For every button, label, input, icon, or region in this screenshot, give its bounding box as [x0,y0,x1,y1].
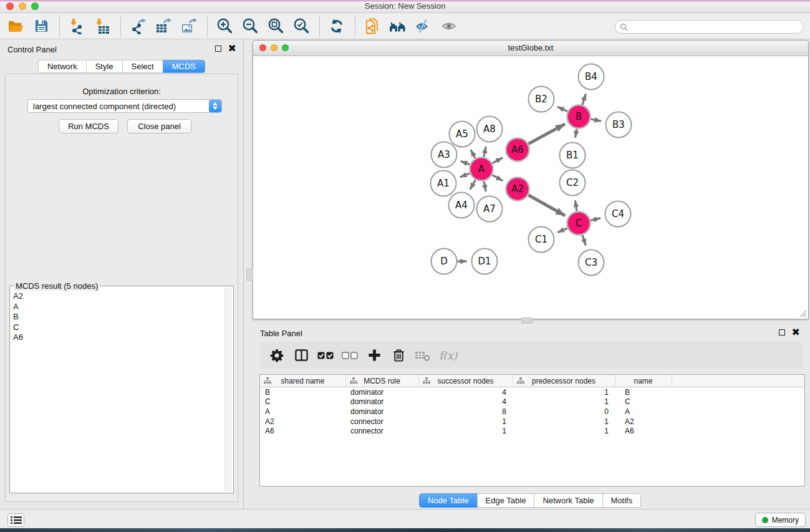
zoom-selected-button[interactable] [292,16,311,36]
graph-edge-C-C4[interactable] [591,218,600,221]
zoom-network-window-button[interactable] [282,44,289,51]
delete-table-button[interactable] [415,347,431,364]
column-header-successor-nodes[interactable]: successor nodes [418,375,513,387]
show-panels-button[interactable] [7,513,24,527]
table-row[interactable]: Bdominator41B [260,387,804,397]
graph-edge-B-B4[interactable] [582,94,586,105]
graph-edge-B-B1[interactable] [576,129,577,138]
table-settings-button[interactable] [269,347,285,364]
import-table-button[interactable] [93,16,112,36]
column-header-mcds-role[interactable]: MCDS role [345,375,418,387]
close-window-button[interactable] [6,2,14,10]
first-neighbors-button[interactable] [388,16,407,36]
memory-button[interactable]: Memory [755,513,806,527]
close-table-panel-icon[interactable]: ✖ [792,329,800,336]
hide-selected-button[interactable] [414,16,433,36]
run-mcds-button[interactable]: Run MCDS [59,119,118,133]
float-panel-icon[interactable] [215,46,221,52]
export-table-button[interactable] [154,16,173,36]
open-session-button[interactable] [6,16,25,36]
graph-node-D1[interactable]: D1 [472,249,498,274]
show-all-button[interactable] [440,16,458,36]
graph-edge-C-C3[interactable] [582,235,586,246]
graph-edge-A-A3[interactable] [461,161,470,165]
mcds-result-item[interactable]: A2 [12,291,223,302]
graph-edge-B-B3[interactable] [591,119,601,121]
graph-node-B[interactable]: B [567,105,591,128]
graph-node-A3[interactable]: A3 [432,142,457,168]
close-network-window-button[interactable] [259,44,266,51]
table-row[interactable]: Adominator80A [260,407,804,417]
table-row[interactable]: A6connector11A6 [260,426,804,436]
minimize-window-button[interactable] [19,2,26,10]
tab-mcds[interactable]: MCDS [163,60,205,73]
close-panel-icon[interactable]: ✖ [228,45,236,52]
graph-node-C3[interactable]: C3 [579,250,604,276]
graph-node-A7[interactable]: A7 [477,196,503,222]
graph-edge-A-A8[interactable] [484,147,486,157]
network-from-selection-button[interactable] [363,16,382,36]
graph-edge-A-A4[interactable] [470,180,476,190]
desktop-horizontal-scrollbar[interactable] [521,317,533,324]
graph-node-C1[interactable]: C1 [529,227,554,253]
function-builder-button[interactable]: f(x) [439,347,457,364]
graph-node-B1[interactable]: B1 [560,143,586,168]
graph-edge-A-A7[interactable] [484,181,486,191]
graph-node-B4[interactable]: B4 [579,64,604,90]
network-window-titlebar[interactable]: testGlobe.txt [253,41,808,56]
graph-node-A2[interactable]: A2 [506,178,529,201]
graph-node-B3[interactable]: B3 [606,112,632,138]
tab-node-table[interactable]: Node Table [419,493,477,508]
resize-grip[interactable] [799,309,807,317]
show-column-panel-button[interactable] [293,347,309,364]
graph-node-B2[interactable]: B2 [529,87,554,112]
graph-edge-A6-B[interactable] [529,124,565,144]
graph-node-A8[interactable]: A8 [477,117,503,142]
float-table-panel-icon[interactable] [779,329,785,336]
graph-node-D[interactable]: D [432,249,457,274]
export-image-button[interactable] [180,16,198,36]
import-network-button[interactable] [67,16,86,36]
graph-edge-B-B2[interactable] [557,107,567,111]
unselect-all-columns-button[interactable] [342,347,358,364]
zoom-out-button[interactable] [241,16,259,36]
zoom-in-button[interactable] [215,16,234,36]
result-scrollbar[interactable] [224,288,232,491]
mcds-result-item[interactable]: A [12,302,223,312]
mcds-result-item[interactable]: A6 [12,332,223,343]
graph-node-C2[interactable]: C2 [560,170,586,196]
desktop-vertical-scrollbar[interactable] [246,269,253,281]
zoom-fit-button[interactable] [266,16,285,36]
mcds-result-item[interactable]: B [12,312,223,322]
select-all-columns-button[interactable] [317,347,334,364]
save-session-button[interactable] [32,16,51,36]
graph-edge-C-C1[interactable] [557,228,567,233]
table-row[interactable]: Cdominator41C [260,397,804,407]
column-header-predecessor-nodes[interactable]: predecessor nodes [513,375,615,387]
graph-node-A4[interactable]: A4 [449,193,475,218]
mcds-result-item[interactable]: C [12,322,223,333]
graph-node-A5[interactable]: A5 [450,122,475,147]
graph-node-A1[interactable]: A1 [431,171,456,196]
graph-node-A[interactable]: A [470,158,493,181]
column-header-name[interactable]: name [615,375,672,387]
network-canvas[interactable]: AA1A2A3A4A5A6A7A8BB1B2B3B4CC1C2C3C4DD1 [253,56,808,319]
close-panel-button[interactable]: Close panel [127,119,191,133]
tab-select[interactable]: Select [122,60,163,73]
tab-edge-table[interactable]: Edge Table [477,493,534,508]
graph-edge-C-C2[interactable] [575,200,577,211]
column-header-shared-name[interactable]: shared name [260,375,345,387]
tab-style[interactable]: Style [86,60,122,73]
search-input[interactable] [631,21,803,32]
graph-edge-A-A5[interactable] [471,150,476,158]
graph-node-C[interactable]: C [567,212,591,235]
table-row[interactable]: A2connector11A2 [260,417,804,427]
delete-column-button[interactable] [390,347,407,364]
graph-edge-A-A2[interactable] [493,175,503,181]
refresh-button[interactable] [327,16,346,36]
graph-edge-A-A6[interactable] [493,158,503,163]
create-column-button[interactable] [366,347,382,364]
graph-node-A6[interactable]: A6 [506,138,529,162]
graph-edge-A2-C[interactable] [528,195,565,216]
zoom-window-button[interactable] [31,2,39,10]
